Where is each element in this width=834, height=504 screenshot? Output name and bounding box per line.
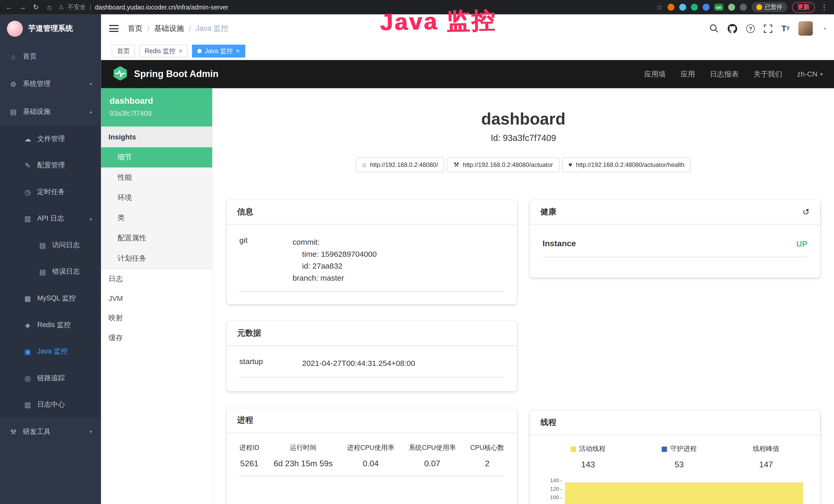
annotation-java-monitor: Java 监控 <box>380 5 497 38</box>
paused-badge[interactable]: 已暂停 <box>751 2 787 12</box>
infra-icon: ▤ <box>9 108 18 116</box>
browser-menu-icon[interactable]: ⋮ <box>820 3 829 11</box>
column-header: CPU核心数 <box>470 443 504 452</box>
breadcrumb-infra[interactable]: 基础设施 <box>154 24 184 33</box>
breadcrumb-home[interactable]: 首页 <box>128 24 142 33</box>
legend-label: 活动线程 <box>579 444 606 453</box>
edit-icon: ✎ <box>23 161 32 169</box>
sidebar-item-label: 错误日志 <box>52 267 80 276</box>
address-bar[interactable]: ⚠ 不安全 | dashboard.yudao.iocoder.cn/infra… <box>59 3 228 11</box>
sidebar-item-api-log[interactable]: ▥ API 日志 ▴ <box>0 205 101 232</box>
sba-menu-performance[interactable]: 性能 <box>101 167 212 188</box>
sba-menu-scheduled-tasks[interactable]: 计划任务 <box>101 248 212 269</box>
column-header: 进程ID <box>239 443 259 452</box>
breadcrumb-separator: / <box>148 24 150 32</box>
sba-topbar: Spring Boot Admin 应用墙 应用 日志报表 关于我们 zh-CN… <box>101 60 834 88</box>
sidebar-item-infra[interactable]: ▤ 基础设施 ▴ <box>0 98 101 125</box>
avatar-caret-icon[interactable]: ▾ <box>824 26 826 31</box>
app-logo-row[interactable]: 芋道管理系统 <box>0 15 101 43</box>
sidebar-item-scheduled-jobs[interactable]: ◷ 定时任务 <box>0 179 101 205</box>
extension-icon[interactable] <box>679 4 686 10</box>
extension-icon[interactable] <box>728 4 735 10</box>
close-icon[interactable]: × <box>179 47 183 55</box>
y-tick: 120 <box>550 486 562 492</box>
link-health-url[interactable]: ♥ http://192.168.0.2:48080/actuator/heal… <box>562 157 691 172</box>
info-card: 信息 git commit: time: 1596289704000 id: 2… <box>226 200 517 304</box>
hamburger-icon[interactable] <box>109 24 119 33</box>
page-title: dashboard <box>213 110 834 129</box>
sba-menu-details[interactable]: 细节 <box>101 147 212 168</box>
extensions-puzzle-icon[interactable] <box>740 4 747 10</box>
sidebar-item-system[interactable]: ⚙ 系统管理 ▾ <box>0 70 101 98</box>
sidebar-item-mysql-monitor[interactable]: ▦ MySQL 监控 <box>0 285 101 312</box>
close-icon[interactable]: × <box>236 47 240 55</box>
sidebar-item-java-monitor[interactable]: ▣ Java 监控 <box>0 338 101 365</box>
sidebar-item-home[interactable]: ⌂ 首页 <box>0 43 101 70</box>
sba-menu-logs[interactable]: 日志 <box>101 269 212 289</box>
link-root-url[interactable]: ⌂ http://192.168.0.2:48080/ <box>356 157 444 172</box>
help-icon[interactable]: ? <box>746 24 755 32</box>
cards-right-column: 健康 ↺ Instance UP 线程 <box>530 200 820 504</box>
card-title: 进程 <box>226 409 517 433</box>
github-icon[interactable] <box>728 24 737 33</box>
sba-nav-about[interactable]: 关于我们 <box>753 69 782 79</box>
sba-language-select[interactable]: zh-CN ▾ <box>797 70 823 78</box>
process-col-process-cpu: 进程CPU使用率 0.04 <box>347 443 394 468</box>
sba-menu-config-props[interactable]: 配置属性 <box>101 228 212 248</box>
process-col-uptime: 运行时间 6d 23h 15m 59s <box>273 443 333 468</box>
sba-sidebar: dashboard 93a3fc7f7409 Insights 细节 性能 环境… <box>101 88 213 504</box>
history-icon[interactable]: ↺ <box>803 207 810 217</box>
sidebar-item-log-center[interactable]: ▥ 日志中心 <box>0 391 101 418</box>
sba-menu-jvm[interactable]: JVM <box>101 289 212 308</box>
search-icon[interactable] <box>710 24 719 33</box>
git-time-line: time: 1596289704000 <box>292 248 504 260</box>
tag-java-monitor[interactable]: Java 监控 × <box>192 45 245 58</box>
sba-nav-journal[interactable]: 日志报表 <box>710 69 739 79</box>
card-body: 进程ID 5261 运行时间 6d 23h 15m 59s 进程CPU使用率 <box>226 433 517 486</box>
sba-menu-caches[interactable]: 缓存 <box>101 328 212 348</box>
card-body: startup 2021-04-27T00:44:31.254+08:00 <box>226 346 517 387</box>
sba-menu-mappings[interactable]: 映射 <box>101 308 212 328</box>
column-header: 进程CPU使用率 <box>347 443 394 452</box>
link-actuator-url[interactable]: ⚒ http://192.168.0.2:48080/actuator <box>447 157 559 172</box>
sidebar-item-error-log[interactable]: ▤ 错误日志 <box>0 258 101 285</box>
browser-home-icon[interactable]: ⌂ <box>45 3 53 11</box>
sba-nav-wallboard[interactable]: 应用墙 <box>644 69 666 79</box>
refresh-icon[interactable]: ↻ <box>32 3 40 11</box>
extension-icon[interactable] <box>691 4 698 10</box>
forward-icon[interactable]: → <box>19 3 26 11</box>
tag-redis-monitor[interactable]: Redis 监控 × <box>139 45 188 58</box>
extension-icon[interactable] <box>702 4 709 10</box>
row-label: startup <box>239 358 302 369</box>
sba-instance-header[interactable]: dashboard 93a3fc7f7409 <box>101 88 212 127</box>
avatar[interactable] <box>798 21 813 36</box>
sidebar-item-file-manage[interactable]: ☁ 文件管理 <box>0 125 101 152</box>
column-value: 6d 23h 15m 59s <box>273 459 333 468</box>
extension-icon[interactable] <box>667 4 674 10</box>
bookmark-star-icon[interactable]: ☆ <box>656 3 662 11</box>
font-size-icon[interactable]: TT <box>781 24 790 33</box>
security-label: 不安全 <box>68 3 86 11</box>
monitor-icon: ▣ <box>23 347 32 356</box>
tag-home[interactable]: 首页 <box>112 45 135 58</box>
chrome-update-button[interactable]: 更新 <box>792 2 815 12</box>
sba-nav-applications[interactable]: 应用 <box>681 69 695 79</box>
sidebar-item-config-manage[interactable]: ✎ 配置管理 <box>0 152 101 179</box>
log-icon: ▥ <box>23 400 32 409</box>
sidebar-item-label: 访问日志 <box>52 240 80 250</box>
database-icon: ▦ <box>23 294 32 302</box>
back-icon[interactable]: ← <box>5 3 13 11</box>
sba-menu-classes[interactable]: 类 <box>101 208 212 228</box>
tag-label: 首页 <box>117 46 130 55</box>
sidebar-item-tracing[interactable]: ◎ 链路追踪 <box>0 365 101 392</box>
process-card: 进程 进程ID 5261 运行时间 6d 23h 15m 59 <box>226 409 517 504</box>
sba-brand[interactable]: Spring Boot Admin <box>134 69 219 79</box>
sba-menu-environment[interactable]: 环境 <box>101 188 212 208</box>
sidebar-item-dev-tools[interactable]: ⚒ 研发工具 ▾ <box>0 418 101 446</box>
sidebar-item-label: Redis 监控 <box>37 320 71 330</box>
card-title: 健康 <box>541 207 556 217</box>
fullscreen-icon[interactable] <box>764 24 772 32</box>
extension-on-badge[interactable]: on <box>714 4 723 10</box>
sidebar-item-access-log[interactable]: ▤ 访问日志 <box>0 232 101 258</box>
sidebar-item-redis-monitor[interactable]: ◈ Redis 监控 <box>0 312 101 338</box>
